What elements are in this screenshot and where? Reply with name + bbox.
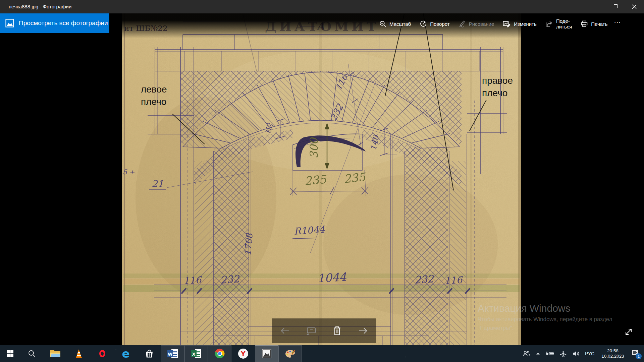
rotate-button[interactable]: Поворот [415,20,454,27]
taskbar-yandex[interactable]: Y [231,345,255,362]
share-button[interactable]: Поде- литься [541,18,576,29]
draw-button[interactable]: Рисование [454,20,499,27]
language-indicator[interactable]: РУС [585,351,594,356]
system-tray: РУС 20:58 10.02.2023 1 [523,345,644,362]
minimize-icon [594,7,597,7]
opera-icon [99,350,105,357]
printer-icon [581,20,588,27]
taskbar-file-explorer[interactable] [44,345,67,362]
zoom-out-icon [379,20,386,27]
label-right-shoulder: правое плечо [482,74,513,99]
screen: печка888.jpg - Фотографии [0,0,644,362]
taskbar-search-button[interactable] [20,345,44,362]
more-button[interactable]: ⋯ [612,18,625,29]
show-hidden-icons-chevron[interactable] [535,351,541,356]
zoom-label: Масштаб [389,21,411,27]
window-title: печка888.jpg - Фотографии [9,0,71,13]
chrome-icon [215,349,225,359]
airplane-mode-icon[interactable] [559,350,567,357]
word-icon: W [167,349,178,359]
taskbar: e W [0,345,644,362]
rotate-icon [420,20,427,27]
photo-viewer: ДИАТОМИТ ит ШБ№22 А 5 + [0,13,644,345]
label-left-shoulder: левое плечо [141,83,167,108]
volume-icon[interactable] [572,350,580,357]
taskbar-word[interactable]: W [161,345,184,362]
restore-icon [613,6,616,9]
next-button[interactable] [358,326,368,336]
windows-activation-watermark: Активация Windows Чтобы активировать Win… [478,303,612,331]
taskbar-store[interactable] [138,345,161,362]
edit-image-icon [503,20,511,27]
clock-time: 20:58 [599,348,626,354]
previous-button[interactable] [280,326,290,336]
title-bar: печка888.jpg - Фотографии [0,0,644,13]
people-icon[interactable] [523,350,530,357]
taskbar-opera[interactable] [91,345,114,362]
print-label: Печать [591,21,607,27]
store-icon [145,349,154,358]
share-icon [545,20,553,28]
svg-text:W: W [168,352,172,357]
blueprint-photo: ДИАТОМИТ ит ШБ№22 А 5 + [122,13,521,345]
folder-icon [50,349,61,358]
paint-icon [285,349,296,359]
zoom-button[interactable]: Масштаб [375,20,415,27]
windows-logo-icon [7,350,13,357]
close-icon [632,4,637,9]
notification-badge: 1 [636,353,642,359]
more-icon: ⋯ [614,18,622,26]
edit-button[interactable]: Изменить [498,20,541,27]
photos-icon [5,19,14,27]
taskbar-excel[interactable]: X [184,345,208,362]
yandex-icon: Y [238,349,248,359]
see-all-label: Просмотреть все фотографии [19,19,108,27]
filmstrip-controls [272,318,376,343]
vlc-cone-icon [74,349,84,359]
print-button[interactable]: Печать [576,20,612,27]
viewer-toolbar: Масштаб Поворот Рисование [375,13,625,34]
clock[interactable]: 20:58 10.02.2023 [599,348,626,359]
rotate-label: Поворот [430,21,450,27]
edge-icon: e [122,348,129,359]
action-center-button[interactable]: 1 [631,349,639,358]
slideshow-button[interactable] [306,326,316,336]
edit-label: Изменить [514,21,537,27]
search-icon [28,350,36,358]
photos-app-icon [262,349,272,359]
paper-grain [122,13,521,345]
start-button[interactable] [0,345,20,362]
delete-button[interactable] [332,326,342,336]
taskbar-photos[interactable] [255,345,278,362]
close-button[interactable] [625,0,644,13]
fullscreen-button[interactable] [623,326,635,338]
svg-text:X: X [192,352,195,357]
draw-label: Рисование [469,21,494,27]
clock-date: 10.02.2023 [599,354,626,359]
minimize-button[interactable] [586,0,605,13]
taskbar-paint[interactable] [278,345,302,362]
fullscreen-icon [624,327,633,336]
see-all-photos-button[interactable]: Просмотреть все фотографии [0,13,109,33]
taskbar-vlc[interactable] [67,345,91,362]
battery-charging-icon[interactable] [546,350,554,357]
pen-icon [459,20,466,27]
taskbar-edge[interactable]: e [114,345,138,362]
share-label: Поде- литься [556,18,572,29]
taskbar-chrome[interactable] [208,345,231,362]
excel-icon: X [191,349,202,359]
restore-button[interactable] [605,0,625,13]
